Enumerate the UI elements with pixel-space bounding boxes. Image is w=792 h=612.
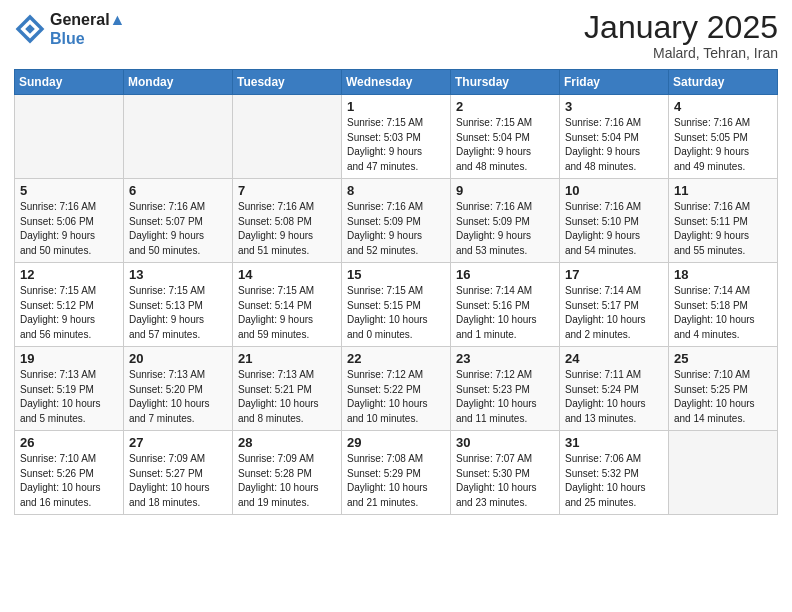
day-number: 12: [20, 267, 118, 282]
day-cell: 20Sunrise: 7:13 AM Sunset: 5:20 PM Dayli…: [124, 347, 233, 431]
day-info: Sunrise: 7:16 AM Sunset: 5:06 PM Dayligh…: [20, 200, 118, 258]
day-number: 30: [456, 435, 554, 450]
day-cell: 24Sunrise: 7:11 AM Sunset: 5:24 PM Dayli…: [560, 347, 669, 431]
day-info: Sunrise: 7:10 AM Sunset: 5:26 PM Dayligh…: [20, 452, 118, 510]
day-number: 21: [238, 351, 336, 366]
day-number: 3: [565, 99, 663, 114]
weekday-header-thursday: Thursday: [451, 70, 560, 95]
day-number: 24: [565, 351, 663, 366]
weekday-header-row: SundayMondayTuesdayWednesdayThursdayFrid…: [15, 70, 778, 95]
logo: General▲ Blue: [14, 10, 125, 48]
day-cell: [15, 95, 124, 179]
day-cell: 11Sunrise: 7:16 AM Sunset: 5:11 PM Dayli…: [669, 179, 778, 263]
week-row-4: 19Sunrise: 7:13 AM Sunset: 5:19 PM Dayli…: [15, 347, 778, 431]
day-number: 19: [20, 351, 118, 366]
week-row-3: 12Sunrise: 7:15 AM Sunset: 5:12 PM Dayli…: [15, 263, 778, 347]
header: General▲ Blue January 2025 Malard, Tehra…: [14, 10, 778, 61]
day-cell: 1Sunrise: 7:15 AM Sunset: 5:03 PM Daylig…: [342, 95, 451, 179]
day-info: Sunrise: 7:16 AM Sunset: 5:07 PM Dayligh…: [129, 200, 227, 258]
weekday-header-saturday: Saturday: [669, 70, 778, 95]
day-cell: 14Sunrise: 7:15 AM Sunset: 5:14 PM Dayli…: [233, 263, 342, 347]
day-cell: 19Sunrise: 7:13 AM Sunset: 5:19 PM Dayli…: [15, 347, 124, 431]
day-number: 15: [347, 267, 445, 282]
day-cell: 6Sunrise: 7:16 AM Sunset: 5:07 PM Daylig…: [124, 179, 233, 263]
weekday-header-tuesday: Tuesday: [233, 70, 342, 95]
day-number: 20: [129, 351, 227, 366]
title-block: January 2025 Malard, Tehran, Iran: [584, 10, 778, 61]
day-info: Sunrise: 7:09 AM Sunset: 5:28 PM Dayligh…: [238, 452, 336, 510]
day-cell: 13Sunrise: 7:15 AM Sunset: 5:13 PM Dayli…: [124, 263, 233, 347]
calendar-page: General▲ Blue January 2025 Malard, Tehra…: [0, 0, 792, 612]
day-info: Sunrise: 7:15 AM Sunset: 5:13 PM Dayligh…: [129, 284, 227, 342]
day-info: Sunrise: 7:11 AM Sunset: 5:24 PM Dayligh…: [565, 368, 663, 426]
day-cell: 25Sunrise: 7:10 AM Sunset: 5:25 PM Dayli…: [669, 347, 778, 431]
day-cell: 5Sunrise: 7:16 AM Sunset: 5:06 PM Daylig…: [15, 179, 124, 263]
day-info: Sunrise: 7:08 AM Sunset: 5:29 PM Dayligh…: [347, 452, 445, 510]
day-info: Sunrise: 7:16 AM Sunset: 5:09 PM Dayligh…: [456, 200, 554, 258]
day-info: Sunrise: 7:15 AM Sunset: 5:04 PM Dayligh…: [456, 116, 554, 174]
day-info: Sunrise: 7:15 AM Sunset: 5:14 PM Dayligh…: [238, 284, 336, 342]
logo-text: General▲ Blue: [50, 10, 125, 48]
day-number: 25: [674, 351, 772, 366]
day-number: 29: [347, 435, 445, 450]
day-info: Sunrise: 7:12 AM Sunset: 5:23 PM Dayligh…: [456, 368, 554, 426]
day-info: Sunrise: 7:15 AM Sunset: 5:15 PM Dayligh…: [347, 284, 445, 342]
day-cell: 16Sunrise: 7:14 AM Sunset: 5:16 PM Dayli…: [451, 263, 560, 347]
day-info: Sunrise: 7:16 AM Sunset: 5:08 PM Dayligh…: [238, 200, 336, 258]
weekday-header-monday: Monday: [124, 70, 233, 95]
day-number: 5: [20, 183, 118, 198]
day-number: 10: [565, 183, 663, 198]
day-number: 2: [456, 99, 554, 114]
day-number: 22: [347, 351, 445, 366]
day-cell: 31Sunrise: 7:06 AM Sunset: 5:32 PM Dayli…: [560, 431, 669, 515]
week-row-5: 26Sunrise: 7:10 AM Sunset: 5:26 PM Dayli…: [15, 431, 778, 515]
day-number: 27: [129, 435, 227, 450]
day-number: 13: [129, 267, 227, 282]
day-info: Sunrise: 7:14 AM Sunset: 5:17 PM Dayligh…: [565, 284, 663, 342]
day-info: Sunrise: 7:15 AM Sunset: 5:03 PM Dayligh…: [347, 116, 445, 174]
day-info: Sunrise: 7:16 AM Sunset: 5:04 PM Dayligh…: [565, 116, 663, 174]
day-number: 16: [456, 267, 554, 282]
day-cell: 18Sunrise: 7:14 AM Sunset: 5:18 PM Dayli…: [669, 263, 778, 347]
day-cell: 12Sunrise: 7:15 AM Sunset: 5:12 PM Dayli…: [15, 263, 124, 347]
day-info: Sunrise: 7:10 AM Sunset: 5:25 PM Dayligh…: [674, 368, 772, 426]
day-info: Sunrise: 7:07 AM Sunset: 5:30 PM Dayligh…: [456, 452, 554, 510]
day-number: 11: [674, 183, 772, 198]
day-info: Sunrise: 7:13 AM Sunset: 5:21 PM Dayligh…: [238, 368, 336, 426]
day-cell: 2Sunrise: 7:15 AM Sunset: 5:04 PM Daylig…: [451, 95, 560, 179]
day-cell: 3Sunrise: 7:16 AM Sunset: 5:04 PM Daylig…: [560, 95, 669, 179]
day-info: Sunrise: 7:15 AM Sunset: 5:12 PM Dayligh…: [20, 284, 118, 342]
day-cell: 23Sunrise: 7:12 AM Sunset: 5:23 PM Dayli…: [451, 347, 560, 431]
day-cell: 21Sunrise: 7:13 AM Sunset: 5:21 PM Dayli…: [233, 347, 342, 431]
logo-icon: [14, 13, 46, 45]
day-info: Sunrise: 7:09 AM Sunset: 5:27 PM Dayligh…: [129, 452, 227, 510]
day-number: 23: [456, 351, 554, 366]
day-number: 28: [238, 435, 336, 450]
day-cell: 8Sunrise: 7:16 AM Sunset: 5:09 PM Daylig…: [342, 179, 451, 263]
weekday-header-wednesday: Wednesday: [342, 70, 451, 95]
day-cell: [669, 431, 778, 515]
day-number: 17: [565, 267, 663, 282]
day-cell: 22Sunrise: 7:12 AM Sunset: 5:22 PM Dayli…: [342, 347, 451, 431]
weekday-header-friday: Friday: [560, 70, 669, 95]
day-info: Sunrise: 7:16 AM Sunset: 5:11 PM Dayligh…: [674, 200, 772, 258]
day-cell: 30Sunrise: 7:07 AM Sunset: 5:30 PM Dayli…: [451, 431, 560, 515]
day-cell: [233, 95, 342, 179]
day-number: 6: [129, 183, 227, 198]
day-info: Sunrise: 7:06 AM Sunset: 5:32 PM Dayligh…: [565, 452, 663, 510]
day-info: Sunrise: 7:14 AM Sunset: 5:16 PM Dayligh…: [456, 284, 554, 342]
location: Malard, Tehran, Iran: [584, 45, 778, 61]
day-info: Sunrise: 7:13 AM Sunset: 5:20 PM Dayligh…: [129, 368, 227, 426]
calendar-table: SundayMondayTuesdayWednesdayThursdayFrid…: [14, 69, 778, 515]
day-cell: 10Sunrise: 7:16 AM Sunset: 5:10 PM Dayli…: [560, 179, 669, 263]
day-cell: 28Sunrise: 7:09 AM Sunset: 5:28 PM Dayli…: [233, 431, 342, 515]
day-number: 7: [238, 183, 336, 198]
day-info: Sunrise: 7:14 AM Sunset: 5:18 PM Dayligh…: [674, 284, 772, 342]
month-title: January 2025: [584, 10, 778, 45]
day-cell: 15Sunrise: 7:15 AM Sunset: 5:15 PM Dayli…: [342, 263, 451, 347]
day-number: 31: [565, 435, 663, 450]
day-number: 4: [674, 99, 772, 114]
day-info: Sunrise: 7:16 AM Sunset: 5:09 PM Dayligh…: [347, 200, 445, 258]
week-row-1: 1Sunrise: 7:15 AM Sunset: 5:03 PM Daylig…: [15, 95, 778, 179]
weekday-header-sunday: Sunday: [15, 70, 124, 95]
